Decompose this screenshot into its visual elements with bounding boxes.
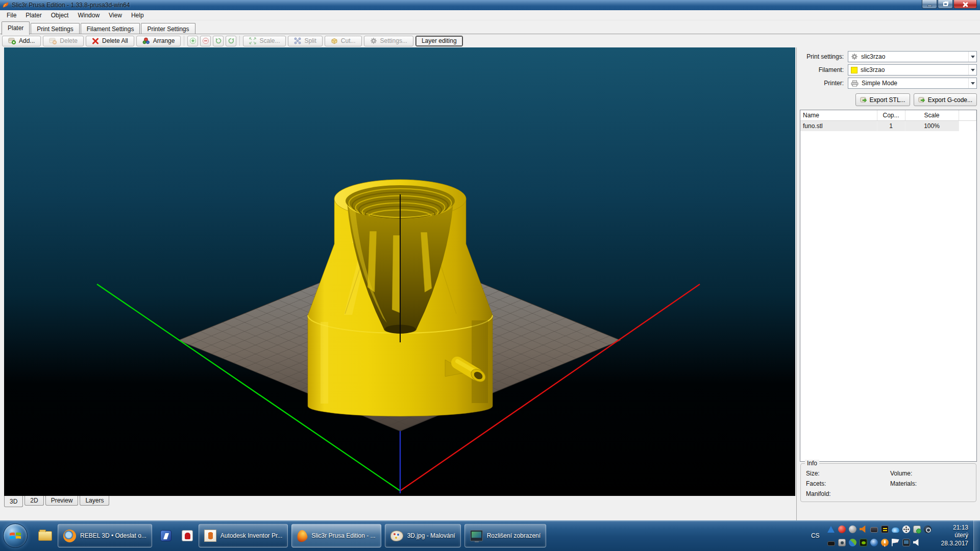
viewport-3d[interactable] [4,47,795,496]
add-icon [8,37,16,44]
model-base-shadow [472,320,488,403]
dropdown-arrow-icon[interactable] [968,52,976,62]
tray-icon-gray-sphere[interactable] [849,525,856,533]
rotate-ccw-icon [215,37,222,44]
start-button[interactable] [3,523,28,548]
tray-icon-keyboard[interactable] [827,541,835,546]
add-button[interactable]: Add... [2,36,41,46]
scale-button[interactable]: Scale... [243,36,286,46]
tray-icon-alert[interactable] [881,539,889,546]
delete-button[interactable]: Delete [43,36,84,46]
rotate-cw-button[interactable] [226,36,236,46]
cut-label: Cut... [341,37,356,44]
clock-day: úterý [941,532,968,540]
delete-all-icon [92,38,99,44]
split-icon [294,37,301,44]
dropdown-arrow-icon[interactable] [968,78,976,88]
tray-icon-action-center[interactable] [892,539,899,546]
tray-icon-fps-monitor[interactable] [881,525,889,533]
column-name[interactable]: Name [800,110,877,121]
layer-editing-button[interactable]: Layer editing [415,36,463,46]
filament-color-swatch [851,67,857,73]
dropdown-arrow-icon[interactable] [968,65,976,75]
taskbar-inventor[interactable]: Autodesk Inventor Pr... [199,524,288,547]
close-button[interactable] [953,0,977,9]
language-indicator[interactable]: CS [811,532,820,539]
menu-view[interactable]: View [104,11,127,20]
tray-icon-cloud[interactable] [892,528,899,533]
tray-icon-volume[interactable] [913,539,921,546]
taskbar-paint[interactable]: 3D.jpg - Malování [385,524,461,547]
printer-icon [851,80,859,87]
folder-icon [38,531,52,541]
tab-printer-settings[interactable]: Printer Settings [141,23,195,34]
export-stl-button[interactable]: Export STL... [855,93,910,106]
restore-button[interactable] [938,0,953,9]
plus-circle-icon [189,37,197,44]
taskbar-r-app[interactable] [177,524,198,547]
increase-copies-button[interactable] [187,36,198,46]
taskbar-firefox-rebel[interactable]: REBEL 3D • Odeslat o... [58,524,152,547]
decrease-copies-button[interactable] [200,36,211,46]
view-tab-3d[interactable]: 3D [4,496,23,507]
tray-icon-nvidia[interactable] [860,539,867,546]
window-controls [921,0,977,9]
taskbar-slic3r[interactable]: Slic3r Prusa Edition - ... [291,524,381,547]
object-settings-button[interactable]: Settings... [364,36,413,46]
view-tab-2d[interactable]: 2D [24,496,43,506]
tray-icon-usb-remove[interactable] [913,525,921,533]
menu-file[interactable]: File [2,11,21,20]
printer-label: Printer: [797,80,848,87]
slic3r-app-icon [2,2,9,9]
print-settings-select[interactable]: slic3rzao [848,51,977,62]
tray-icon-network[interactable] [902,539,910,546]
clock[interactable]: 21:13 úterý 28.3.2017 [941,524,968,548]
export-gcode-label: Export G-code... [928,96,972,104]
split-label: Split [304,37,316,44]
delete-all-button[interactable]: Delete All [86,36,134,46]
kmplayer-icon [160,530,172,541]
split-button[interactable]: Split [288,36,322,46]
title-bar[interactable]: Slic3r Prusa Edition - 1.33.8-prusa3d-wi… [0,0,980,10]
view-tab-preview[interactable]: Preview [45,496,79,506]
layer-editing-label: Layer editing [422,37,457,44]
tray-icon-monitor[interactable] [870,527,878,533]
toolbar-separator [239,36,240,46]
taskbar-explorer-icon[interactable] [34,524,57,547]
printer-select[interactable]: Simple Mode [848,78,977,89]
tab-plater[interactable]: Plater [2,21,30,35]
rotate-ccw-button[interactable] [213,36,224,46]
taskbar-display-settings[interactable]: Rozlišení zobrazení [464,524,546,547]
filament-select[interactable]: slic3rzao [848,64,977,76]
tray-icon-red-sphere[interactable] [838,525,846,533]
minimize-button[interactable] [922,0,937,9]
column-scale[interactable]: Scale [905,110,959,121]
cut-button[interactable]: Cut... [325,36,362,46]
filament-value: slic3rzao [861,66,965,73]
tab-filament-settings[interactable]: Filament Settings [81,23,140,34]
arrange-label: Arrange [153,37,175,44]
arrange-button[interactable]: Arrange [136,36,181,46]
view-tab-layers[interactable]: Layers [80,496,109,506]
info-materials-label: Materials: [890,480,976,487]
menu-plater[interactable]: Plater [21,11,46,20]
column-copies[interactable]: Cop... [877,110,905,121]
tray-icon-autodesk[interactable] [827,526,835,533]
tray-icon-media-reel[interactable] [902,525,910,533]
show-desktop-button[interactable] [973,520,980,551]
tray-icon-steam[interactable] [924,525,932,533]
taskbar-kmplayer[interactable] [156,524,176,547]
object-row-funo[interactable]: funo.stl 1 100% [800,121,976,132]
menu-help[interactable]: Help [127,11,149,20]
tray-icon-camera[interactable] [838,539,846,546]
info-facets-label: Facets: [806,480,890,487]
menu-window[interactable]: Window [73,11,104,20]
tray-icon-speaker-orange[interactable] [860,525,867,533]
tab-print-settings[interactable]: Print Settings [31,23,79,34]
taskbar-slic3r-label: Slic3r Prusa Edition - ... [311,532,375,539]
rotate-cw-icon [228,37,235,44]
menu-object[interactable]: Object [46,11,74,20]
tray-icon-network-globe[interactable] [870,539,878,546]
export-gcode-button[interactable]: Export G-code... [914,93,977,106]
tray-icon-windows-update[interactable] [849,539,856,546]
